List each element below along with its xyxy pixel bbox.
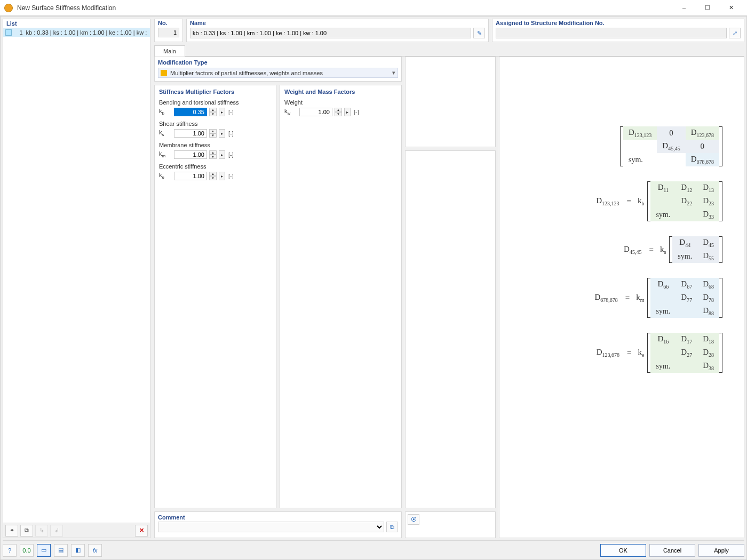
ks-unit: [-]	[228, 130, 234, 137]
function-button[interactable]: fх	[88, 544, 102, 557]
number-panel: No.	[154, 19, 183, 42]
matrix-kb: D11D12D13 D22D23 sym.D33	[650, 181, 719, 221]
matrix-ke: D16D17D18 D27D28 sym.D38	[650, 333, 719, 373]
assigned-label: Assigned to Structure Modification No.	[492, 19, 744, 27]
help-button[interactable]: ?	[3, 544, 17, 557]
kw-spinner[interactable]: ▲▼	[335, 108, 342, 116]
view-button-2[interactable]: ▤	[54, 544, 68, 557]
aux-panel-bottom: ⦿	[405, 511, 496, 538]
km-input[interactable]	[174, 150, 207, 159]
kb-unit: [-]	[228, 109, 234, 115]
kb-label: kb	[159, 108, 172, 116]
list-color-swatch	[5, 29, 12, 36]
comment-combo[interactable]	[158, 522, 384, 532]
modification-type-label: Modification Type	[158, 59, 398, 66]
stiffness-header: Stiffness Multiplier Factors	[159, 89, 272, 95]
ks-input[interactable]	[174, 129, 207, 138]
assigned-pick-button[interactable]: ⤢	[729, 28, 741, 38]
kb-spinner[interactable]: ▲▼	[209, 108, 217, 116]
number-input[interactable]	[158, 28, 179, 37]
toolbar-button-4[interactable]: ↲	[50, 525, 63, 537]
comment-edit-button[interactable]: ⧉	[386, 522, 398, 532]
app-icon	[4, 4, 13, 12]
tab-main[interactable]: Main	[154, 45, 185, 57]
list-item-number: 1	[15, 29, 23, 36]
matrix-km: D66D67D68 D77D78 sym.D88	[650, 278, 719, 318]
ok-button[interactable]: OK	[600, 544, 646, 557]
list-panel: List 1 kb : 0.33 | ks : 1.00 | km : 1.00…	[3, 19, 150, 523]
number-label: No.	[155, 19, 182, 27]
kw-input[interactable]	[299, 108, 332, 116]
km-menu-button[interactable]: ▸	[219, 150, 225, 159]
kw-unit: [-]	[354, 109, 359, 115]
delete-item-button[interactable]: ✕	[135, 525, 148, 537]
apply-button[interactable]: Apply	[698, 544, 744, 557]
name-panel: Name ✎	[186, 19, 489, 42]
ke-menu-button[interactable]: ▸	[219, 172, 225, 180]
km-unit: [-]	[228, 151, 234, 158]
list-item[interactable]: 1 kb : 0.33 | ks : 1.00 | km : 1.00 | ke…	[3, 28, 150, 37]
name-input[interactable]	[190, 28, 471, 38]
chevron-down-icon: ▾	[392, 69, 395, 76]
window-title: New Surface Stiffness Modification	[17, 4, 672, 12]
shear-label: Shear stiffness	[159, 121, 272, 127]
matrix-composite: D123,1230D123,678 D45,450 sym.D678,678	[623, 126, 719, 166]
km-label: km	[159, 150, 172, 158]
name-label: Name	[187, 19, 488, 27]
formula-panel: D123,1230D123,678 D45,450 sym.D678,678 D…	[499, 57, 744, 538]
kb-menu-button[interactable]: ▸	[219, 108, 225, 116]
new-item-button[interactable]: ✦	[5, 525, 18, 537]
assigned-input[interactable]	[496, 28, 727, 38]
aux-icon-button[interactable]: ⦿	[408, 514, 419, 525]
aux-panel-top	[405, 57, 496, 147]
membrane-label: Membrane stiffness	[159, 142, 272, 148]
modification-type-panel: Modification Type Multiplier factors of …	[154, 57, 402, 82]
ke-input[interactable]	[174, 172, 207, 180]
copy-item-button[interactable]: ⧉	[20, 525, 33, 537]
bending-label: Bending and torsional stiffness	[159, 99, 272, 106]
stiffness-factors-panel: Stiffness Multiplier Factors Bending and…	[154, 85, 276, 508]
kw-menu-button[interactable]: ▸	[344, 108, 351, 116]
ke-spinner[interactable]: ▲▼	[209, 172, 217, 180]
modtype-color-swatch	[161, 70, 167, 76]
list-toolbar: ✦ ⧉ ↳ ↲ ✕	[3, 523, 150, 538]
maximize-button[interactable]: ☐	[696, 1, 719, 15]
title-bar: New Surface Stiffness Modification – ☐ ✕	[0, 0, 747, 16]
matrix-ks: D44D45 sym.D55	[672, 236, 719, 263]
modification-type-value: Multiplier factors of partial stiffnesse…	[170, 70, 392, 76]
ke-unit: [-]	[228, 173, 234, 179]
close-button[interactable]: ✕	[719, 1, 743, 15]
km-spinner[interactable]: ▲▼	[209, 150, 217, 159]
cancel-button[interactable]: Cancel	[649, 544, 695, 557]
bottom-toolbar: ? 0.0 ▭ ▤ ◧ fх OK Cancel Apply	[3, 540, 744, 557]
comment-label: Comment	[158, 514, 398, 521]
ks-menu-button[interactable]: ▸	[219, 129, 225, 138]
modification-type-combo[interactable]: Multiplier factors of partial stiffnesse…	[158, 68, 398, 78]
units-button[interactable]: 0.0	[20, 544, 34, 557]
toolbar-button-3[interactable]: ↳	[35, 525, 48, 537]
ks-label: ks	[159, 129, 172, 137]
ks-spinner[interactable]: ▲▼	[209, 129, 217, 138]
comment-panel: Comment ⧉	[154, 511, 402, 538]
kb-input[interactable]	[174, 108, 207, 116]
view-button-3[interactable]: ◧	[71, 544, 85, 557]
assigned-panel: Assigned to Structure Modification No. ⤢	[492, 19, 744, 42]
kw-label: kw	[284, 108, 297, 116]
list-header: List	[3, 19, 150, 28]
edit-name-button[interactable]: ✎	[473, 28, 485, 38]
weight-factors-panel: Weight and Mass Factors Weight kw ▲▼ ▸ […	[280, 85, 402, 508]
weight-label: Weight	[284, 99, 397, 106]
ke-label: ke	[159, 172, 172, 180]
weight-header: Weight and Mass Factors	[284, 89, 397, 95]
list-item-text: kb : 0.33 | ks : 1.00 | km : 1.00 | ke :…	[26, 29, 148, 36]
view-button-1[interactable]: ▭	[37, 544, 51, 557]
aux-panel-mid	[405, 150, 496, 508]
minimize-button[interactable]: –	[672, 1, 696, 15]
eccentric-label: Eccentric stiffness	[159, 163, 272, 170]
